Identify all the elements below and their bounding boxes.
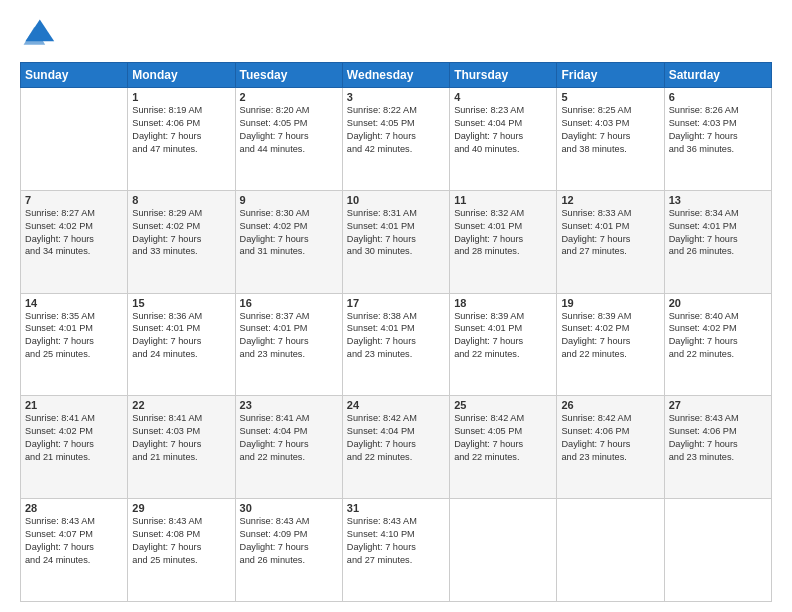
day-info: Sunrise: 8:25 AM Sunset: 4:03 PM Dayligh… [561,104,659,156]
week-row-2: 14Sunrise: 8:35 AM Sunset: 4:01 PM Dayli… [21,293,772,396]
calendar-cell: 22Sunrise: 8:41 AM Sunset: 4:03 PM Dayli… [128,396,235,499]
calendar-cell: 9Sunrise: 8:30 AM Sunset: 4:02 PM Daylig… [235,190,342,293]
day-number: 10 [347,194,445,206]
weekday-header-friday: Friday [557,63,664,88]
day-number: 16 [240,297,338,309]
calendar-cell [450,499,557,602]
weekday-header-monday: Monday [128,63,235,88]
weekday-header-row: SundayMondayTuesdayWednesdayThursdayFrid… [21,63,772,88]
day-info: Sunrise: 8:42 AM Sunset: 4:04 PM Dayligh… [347,412,445,464]
day-number: 3 [347,91,445,103]
calendar-cell: 16Sunrise: 8:37 AM Sunset: 4:01 PM Dayli… [235,293,342,396]
day-number: 29 [132,502,230,514]
day-number: 4 [454,91,552,103]
calendar-cell [557,499,664,602]
logo [20,16,60,52]
day-number: 26 [561,399,659,411]
day-number: 23 [240,399,338,411]
day-number: 5 [561,91,659,103]
calendar-cell: 30Sunrise: 8:43 AM Sunset: 4:09 PM Dayli… [235,499,342,602]
weekday-header-thursday: Thursday [450,63,557,88]
calendar-cell: 26Sunrise: 8:42 AM Sunset: 4:06 PM Dayli… [557,396,664,499]
calendar-cell: 1Sunrise: 8:19 AM Sunset: 4:06 PM Daylig… [128,88,235,191]
calendar-cell: 6Sunrise: 8:26 AM Sunset: 4:03 PM Daylig… [664,88,771,191]
day-number: 27 [669,399,767,411]
calendar-cell: 13Sunrise: 8:34 AM Sunset: 4:01 PM Dayli… [664,190,771,293]
day-number: 12 [561,194,659,206]
calendar-cell: 29Sunrise: 8:43 AM Sunset: 4:08 PM Dayli… [128,499,235,602]
day-number: 13 [669,194,767,206]
day-info: Sunrise: 8:34 AM Sunset: 4:01 PM Dayligh… [669,207,767,259]
calendar-cell: 24Sunrise: 8:42 AM Sunset: 4:04 PM Dayli… [342,396,449,499]
calendar-cell: 27Sunrise: 8:43 AM Sunset: 4:06 PM Dayli… [664,396,771,499]
calendar-cell: 23Sunrise: 8:41 AM Sunset: 4:04 PM Dayli… [235,396,342,499]
day-number: 6 [669,91,767,103]
logo-icon [20,16,56,52]
weekday-header-wednesday: Wednesday [342,63,449,88]
header [20,16,772,52]
day-number: 24 [347,399,445,411]
day-info: Sunrise: 8:43 AM Sunset: 4:06 PM Dayligh… [669,412,767,464]
calendar-cell [21,88,128,191]
day-number: 21 [25,399,123,411]
day-number: 8 [132,194,230,206]
calendar-cell: 17Sunrise: 8:38 AM Sunset: 4:01 PM Dayli… [342,293,449,396]
day-info: Sunrise: 8:20 AM Sunset: 4:05 PM Dayligh… [240,104,338,156]
day-number: 2 [240,91,338,103]
day-info: Sunrise: 8:43 AM Sunset: 4:10 PM Dayligh… [347,515,445,567]
day-info: Sunrise: 8:39 AM Sunset: 4:02 PM Dayligh… [561,310,659,362]
week-row-4: 28Sunrise: 8:43 AM Sunset: 4:07 PM Dayli… [21,499,772,602]
day-info: Sunrise: 8:42 AM Sunset: 4:05 PM Dayligh… [454,412,552,464]
day-info: Sunrise: 8:19 AM Sunset: 4:06 PM Dayligh… [132,104,230,156]
day-number: 19 [561,297,659,309]
day-number: 14 [25,297,123,309]
day-info: Sunrise: 8:32 AM Sunset: 4:01 PM Dayligh… [454,207,552,259]
day-info: Sunrise: 8:41 AM Sunset: 4:02 PM Dayligh… [25,412,123,464]
calendar-cell: 7Sunrise: 8:27 AM Sunset: 4:02 PM Daylig… [21,190,128,293]
day-number: 28 [25,502,123,514]
day-info: Sunrise: 8:43 AM Sunset: 4:09 PM Dayligh… [240,515,338,567]
calendar-cell: 3Sunrise: 8:22 AM Sunset: 4:05 PM Daylig… [342,88,449,191]
day-info: Sunrise: 8:23 AM Sunset: 4:04 PM Dayligh… [454,104,552,156]
calendar-cell: 19Sunrise: 8:39 AM Sunset: 4:02 PM Dayli… [557,293,664,396]
day-info: Sunrise: 8:40 AM Sunset: 4:02 PM Dayligh… [669,310,767,362]
weekday-header-saturday: Saturday [664,63,771,88]
day-info: Sunrise: 8:22 AM Sunset: 4:05 PM Dayligh… [347,104,445,156]
day-info: Sunrise: 8:30 AM Sunset: 4:02 PM Dayligh… [240,207,338,259]
calendar-cell: 21Sunrise: 8:41 AM Sunset: 4:02 PM Dayli… [21,396,128,499]
weekday-header-tuesday: Tuesday [235,63,342,88]
weekday-header-sunday: Sunday [21,63,128,88]
day-info: Sunrise: 8:27 AM Sunset: 4:02 PM Dayligh… [25,207,123,259]
calendar-cell: 18Sunrise: 8:39 AM Sunset: 4:01 PM Dayli… [450,293,557,396]
week-row-3: 21Sunrise: 8:41 AM Sunset: 4:02 PM Dayli… [21,396,772,499]
week-row-1: 7Sunrise: 8:27 AM Sunset: 4:02 PM Daylig… [21,190,772,293]
day-number: 18 [454,297,552,309]
calendar-cell: 10Sunrise: 8:31 AM Sunset: 4:01 PM Dayli… [342,190,449,293]
calendar-cell: 2Sunrise: 8:20 AM Sunset: 4:05 PM Daylig… [235,88,342,191]
day-number: 31 [347,502,445,514]
page: SundayMondayTuesdayWednesdayThursdayFrid… [0,0,792,612]
calendar-cell: 20Sunrise: 8:40 AM Sunset: 4:02 PM Dayli… [664,293,771,396]
calendar-cell: 11Sunrise: 8:32 AM Sunset: 4:01 PM Dayli… [450,190,557,293]
day-info: Sunrise: 8:42 AM Sunset: 4:06 PM Dayligh… [561,412,659,464]
calendar-cell: 25Sunrise: 8:42 AM Sunset: 4:05 PM Dayli… [450,396,557,499]
day-info: Sunrise: 8:37 AM Sunset: 4:01 PM Dayligh… [240,310,338,362]
day-info: Sunrise: 8:38 AM Sunset: 4:01 PM Dayligh… [347,310,445,362]
day-number: 1 [132,91,230,103]
day-info: Sunrise: 8:36 AM Sunset: 4:01 PM Dayligh… [132,310,230,362]
calendar-cell: 12Sunrise: 8:33 AM Sunset: 4:01 PM Dayli… [557,190,664,293]
day-info: Sunrise: 8:43 AM Sunset: 4:07 PM Dayligh… [25,515,123,567]
day-info: Sunrise: 8:43 AM Sunset: 4:08 PM Dayligh… [132,515,230,567]
day-number: 15 [132,297,230,309]
day-number: 17 [347,297,445,309]
calendar-cell: 15Sunrise: 8:36 AM Sunset: 4:01 PM Dayli… [128,293,235,396]
calendar-cell: 14Sunrise: 8:35 AM Sunset: 4:01 PM Dayli… [21,293,128,396]
day-number: 22 [132,399,230,411]
day-number: 30 [240,502,338,514]
day-number: 7 [25,194,123,206]
day-info: Sunrise: 8:35 AM Sunset: 4:01 PM Dayligh… [25,310,123,362]
calendar-cell: 4Sunrise: 8:23 AM Sunset: 4:04 PM Daylig… [450,88,557,191]
calendar-cell: 5Sunrise: 8:25 AM Sunset: 4:03 PM Daylig… [557,88,664,191]
day-number: 20 [669,297,767,309]
calendar-cell [664,499,771,602]
